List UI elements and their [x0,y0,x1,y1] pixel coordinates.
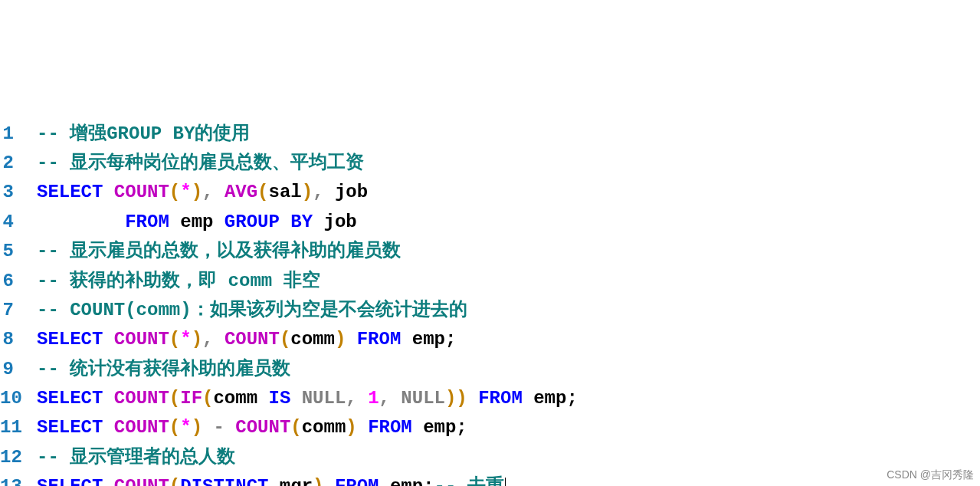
line-number: 10 [0,384,37,413]
token-ident [290,388,301,409]
code-content[interactable]: FROM emp GROUP BY job [37,208,980,237]
token-ident [103,388,113,409]
code-editor[interactable]: 1-- 增强GROUP BY的使用2-- 显示每种岗位的雇员总数、平均工资3SE… [0,120,980,486]
code-content[interactable]: SELECT COUNT(*) - COUNT(comm) FROM emp; [37,413,980,442]
token-func: COUNT [225,329,280,350]
token-keyword: DISTINCT [180,476,268,486]
token-comment: -- 显示每种岗位的雇员总数、平均工资 [37,153,364,173]
token-keyword: SELECT [37,329,103,350]
token-ident: mgr [268,476,313,486]
token-paren: ( [169,476,180,486]
token-func: IF [180,388,202,409]
token-func: COUNT [235,417,290,438]
token-ident [103,417,113,438]
token-keyword: SELECT [37,388,103,409]
token-keyword: FROM [357,329,402,350]
code-line[interactable]: 10SELECT COUNT(IF(comm IS NULL, 1, NULL)… [0,384,980,413]
token-null: NULL [302,388,346,409]
line-number: 6 [0,267,37,296]
code-line[interactable]: 3SELECT COUNT(*), AVG(sal), job [0,178,980,207]
token-func: COUNT [114,417,169,438]
line-number: 1 [0,120,37,149]
token-paren: ) [192,182,202,202]
code-content[interactable]: SELECT COUNT(DISTINCT mgr) FROM emp;-- 去… [37,472,980,486]
token-comment: -- 显示管理者的总人数 [37,447,235,468]
code-content[interactable]: -- 显示管理者的总人数 [37,443,980,472]
token-punct: ; [566,388,577,409]
code-line[interactable]: 13SELECT COUNT(DISTINCT mgr) FROM emp;--… [0,472,980,486]
line-number: 4 [0,208,37,237]
token-paren: ( [169,388,180,409]
code-content[interactable]: -- 获得的补助数，即 comm 非空 [37,267,980,296]
text-cursor [505,478,506,486]
line-number: 13 [0,472,37,486]
token-comment: -- 统计没有获得补助的雇员数 [37,359,290,379]
code-content[interactable]: SELECT COUNT(*), AVG(sal), job [37,178,980,207]
token-comment: -- COUNT(comm)：如果该列为空是不会统计进去的 [37,300,467,320]
code-line[interactable]: 6-- 获得的补助数，即 comm 非空 [0,267,980,296]
token-paren: ) [313,476,323,486]
code-content[interactable]: SELECT COUNT(IF(comm IS NULL, 1, NULL)) … [37,384,980,413]
code-line[interactable]: 11SELECT COUNT(*) - COUNT(comm) FROM emp… [0,413,980,442]
line-number: 9 [0,355,37,384]
token-paren: ) [346,417,356,438]
code-content[interactable]: -- 显示每种岗位的雇员总数、平均工资 [37,149,980,178]
code-line[interactable]: 12-- 显示管理者的总人数 [0,443,980,472]
token-paren: ) [192,417,202,438]
token-punct: ; [445,329,456,350]
token-ident: emp [412,417,457,438]
token-ident [103,476,113,486]
token-null: NULL [401,388,445,409]
token-func: AVG [225,182,257,202]
token-ident: emp [379,476,424,486]
code-content[interactable]: -- COUNT(comm)：如果该列为空是不会统计进去的 [37,296,980,325]
token-paren: ) [302,182,313,202]
token-punct: ; [423,476,434,486]
token-ident: comm [213,388,268,409]
code-line[interactable]: 7-- COUNT(comm)：如果该列为空是不会统计进去的 [0,296,980,325]
token-keyword: SELECT [37,182,103,202]
token-ident: emp [401,329,445,350]
token-keyword: SELECT [37,417,103,438]
code-content[interactable]: -- 显示雇员的总数，以及获得补助的雇员数 [37,237,980,266]
token-keyword: GROUP [225,212,280,232]
token-keyword: IS [268,388,290,409]
token-keyword: BY [290,212,313,232]
token-op: , [379,388,402,409]
code-line[interactable]: 5-- 显示雇员的总数，以及获得补助的雇员数 [0,237,980,266]
token-ident [225,417,235,438]
token-paren: ( [257,182,268,202]
code-content[interactable]: SELECT COUNT(*), COUNT(comm) FROM emp; [37,325,980,354]
line-number: 2 [0,149,37,178]
token-star: * [180,182,191,202]
token-paren: ) [192,329,202,350]
code-line[interactable]: 8SELECT COUNT(*), COUNT(comm) FROM emp; [0,325,980,354]
token-paren: ) [335,329,346,350]
token-op: , [202,182,225,202]
code-line[interactable]: 1-- 增强GROUP BY的使用 [0,120,980,149]
token-star: * [180,329,191,350]
code-content[interactable]: -- 增强GROUP BY的使用 [37,120,980,149]
token-op: , [202,329,225,350]
token-ident: comm [302,417,346,438]
token-ident [103,182,113,202]
token-comment: -- 去重 [434,476,504,486]
line-number: 12 [0,443,37,472]
token-op: - [213,417,224,438]
code-line[interactable]: 4 FROM emp GROUP BY job [0,208,980,237]
token-comment: -- 获得的补助数，即 comm 非空 [37,271,320,291]
line-number: 7 [0,296,37,325]
token-func: COUNT [114,476,169,486]
code-content[interactable]: -- 统计没有获得补助的雇员数 [37,355,980,384]
token-ident [467,388,478,409]
token-ident: comm [290,329,335,350]
token-ident [202,417,213,438]
token-paren: ( [169,417,180,438]
token-paren: ( [280,329,290,350]
token-func: COUNT [114,329,169,350]
code-line[interactable]: 9-- 统计没有获得补助的雇员数 [0,355,980,384]
token-paren: ( [202,388,213,409]
token-paren: ( [169,182,180,202]
code-line[interactable]: 2-- 显示每种岗位的雇员总数、平均工资 [0,149,980,178]
token-ident: emp [169,212,225,232]
